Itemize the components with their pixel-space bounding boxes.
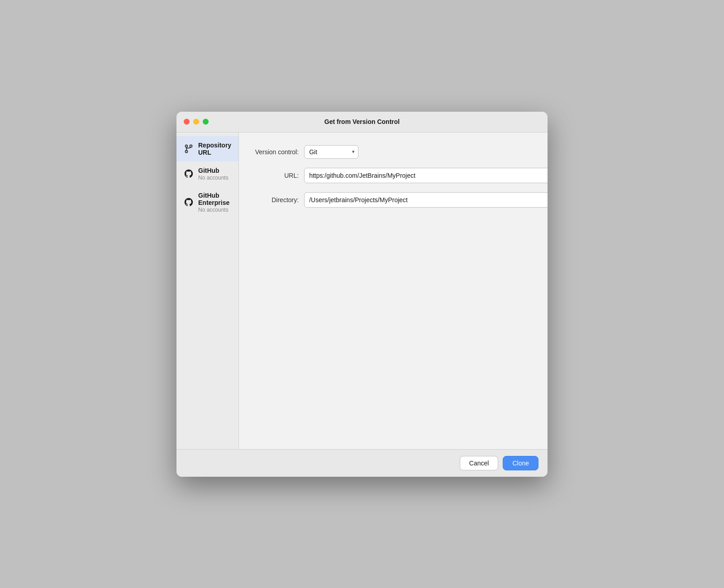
title-bar: Get from Version Control [176, 112, 548, 133]
version-control-select-wrapper: Git Mercurial Subversion ▾ [304, 145, 358, 159]
sidebar-item-repository-url[interactable]: Repository URL [176, 136, 238, 161]
svg-point-0 [186, 145, 188, 147]
maximize-button[interactable] [203, 119, 209, 125]
sidebar-item-github-subtitle: No accounts [198, 175, 229, 181]
github-icon [184, 169, 194, 179]
svg-point-2 [190, 145, 192, 147]
sidebar-item-repository-url-content: Repository URL [198, 142, 231, 156]
directory-row: Directory: [253, 192, 548, 208]
get-from-vcs-dialog: Get from Version Control Repository URL [176, 112, 548, 477]
url-row: URL: ▾ [253, 168, 548, 183]
directory-label: Directory: [253, 196, 299, 204]
directory-input-group [304, 192, 548, 208]
svg-point-1 [186, 150, 188, 152]
version-control-label: Version control: [253, 148, 299, 156]
close-button[interactable] [184, 119, 190, 125]
url-input-group: ▾ [304, 168, 548, 183]
dialog-footer: Cancel Clone [176, 449, 548, 477]
url-input[interactable] [305, 169, 548, 182]
clone-button[interactable]: Clone [503, 456, 538, 470]
cancel-button[interactable]: Cancel [460, 456, 499, 470]
vcs-icon [184, 144, 194, 154]
dialog-body: Repository URL GitHub No accounts [176, 133, 548, 449]
sidebar-item-github[interactable]: GitHub No accounts [176, 161, 238, 186]
minimize-button[interactable] [193, 119, 199, 125]
sidebar-item-repository-url-title: Repository URL [198, 142, 231, 156]
sidebar-item-github-enterprise[interactable]: GitHub Enterprise No accounts [176, 186, 238, 218]
url-label: URL: [253, 172, 299, 179]
sidebar-item-github-enterprise-subtitle: No accounts [198, 207, 231, 213]
sidebar-item-github-content: GitHub No accounts [198, 167, 229, 181]
sidebar-item-github-title: GitHub [198, 167, 229, 174]
sidebar: Repository URL GitHub No accounts [176, 133, 239, 449]
dialog-title: Get from Version Control [324, 118, 400, 125]
github-enterprise-icon [184, 197, 194, 207]
sidebar-item-github-enterprise-title: GitHub Enterprise [198, 192, 231, 206]
version-control-select[interactable]: Git Mercurial Subversion [304, 145, 358, 159]
sidebar-item-github-enterprise-content: GitHub Enterprise No accounts [198, 192, 231, 213]
version-control-row: Version control: Git Mercurial Subversio… [253, 145, 548, 159]
window-controls [184, 119, 209, 125]
directory-input[interactable] [305, 193, 548, 207]
main-content: Version control: Git Mercurial Subversio… [239, 133, 548, 449]
